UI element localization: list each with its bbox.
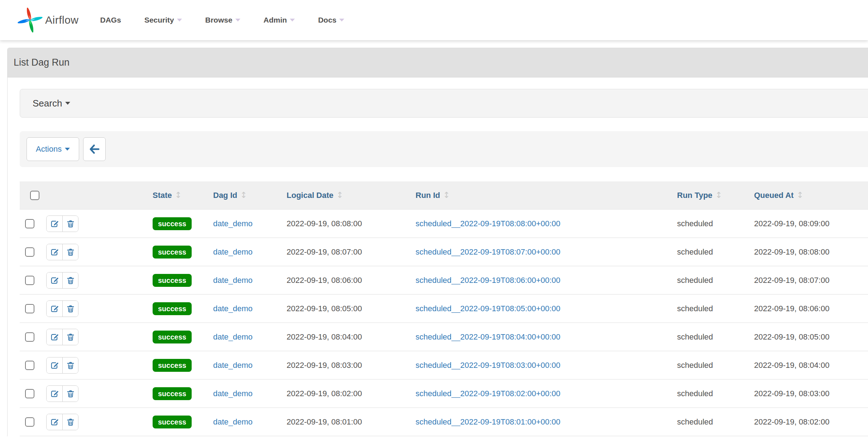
row-action-group bbox=[46, 414, 78, 430]
delete-button[interactable] bbox=[62, 272, 78, 288]
edit-button[interactable] bbox=[47, 301, 62, 317]
sort-icon[interactable]: ↕ bbox=[336, 190, 343, 200]
column-header-run-id[interactable]: Run Id↕ bbox=[405, 181, 663, 209]
chevron-down-icon bbox=[290, 19, 295, 22]
column-header-state[interactable]: State↕ bbox=[149, 181, 210, 209]
row-checkbox[interactable] bbox=[25, 276, 34, 285]
column-header-queued-at[interactable]: Queued At↕ bbox=[736, 181, 868, 209]
row-action-group bbox=[46, 244, 78, 260]
run-id-link[interactable]: scheduled__2022-09-19T08:06:00+00:00 bbox=[416, 276, 560, 285]
queued-at-value: 2022-09-19, 08:04:00 bbox=[754, 361, 829, 370]
dag-id-link[interactable]: date_demo bbox=[213, 219, 253, 228]
edit-pencil-icon bbox=[50, 248, 59, 256]
dag-id-link[interactable]: date_demo bbox=[213, 332, 253, 341]
edit-button[interactable] bbox=[47, 244, 62, 260]
chevron-down-icon bbox=[65, 148, 70, 151]
sort-icon[interactable]: ↕ bbox=[796, 190, 803, 200]
row-checkbox[interactable] bbox=[25, 332, 34, 342]
nav-item-dags[interactable]: DAGs bbox=[100, 16, 121, 24]
nav-item-admin[interactable]: Admin bbox=[264, 16, 295, 24]
edit-button[interactable] bbox=[47, 357, 62, 373]
row-checkbox[interactable] bbox=[25, 219, 34, 228]
delete-button[interactable] bbox=[62, 329, 78, 345]
edit-button[interactable] bbox=[47, 272, 62, 288]
delete-button[interactable] bbox=[62, 301, 78, 317]
edit-pencil-icon bbox=[50, 361, 59, 370]
main-menu: DAGs Security Browse Admin Docs bbox=[100, 16, 345, 24]
page-title: List Dag Run bbox=[14, 57, 69, 68]
edit-pencil-icon bbox=[50, 276, 59, 285]
airflow-brand[interactable]: Airflow bbox=[16, 6, 79, 34]
status-badge: success bbox=[153, 246, 192, 259]
nav-item-label: Browse bbox=[205, 16, 232, 24]
nav-item-security[interactable]: Security bbox=[144, 16, 182, 24]
dag-id-link[interactable]: date_demo bbox=[213, 389, 253, 398]
delete-button[interactable] bbox=[62, 357, 78, 373]
sort-icon[interactable]: ↕ bbox=[443, 190, 450, 200]
delete-button[interactable] bbox=[62, 216, 78, 232]
row-action-group bbox=[46, 357, 78, 374]
row-checkbox[interactable] bbox=[25, 361, 34, 370]
row-checkbox[interactable] bbox=[25, 304, 34, 313]
list-dag-run-panel: List Dag Run Search Actions bbox=[7, 48, 868, 436]
logical-date-value: 2022-09-19, 08:05:00 bbox=[287, 304, 362, 313]
run-id-link[interactable]: scheduled__2022-09-19T08:08:00+00:00 bbox=[416, 219, 560, 228]
edit-button[interactable] bbox=[47, 216, 62, 232]
column-header-logical-date[interactable]: Logical Date↕ bbox=[279, 181, 405, 209]
run-id-link[interactable]: scheduled__2022-09-19T08:04:00+00:00 bbox=[416, 332, 560, 341]
logical-date-value: 2022-09-19, 08:06:00 bbox=[287, 276, 362, 285]
edit-pencil-icon bbox=[50, 418, 59, 426]
panel-body: Search Actions bbox=[8, 77, 868, 436]
search-filter-toggle[interactable]: Search bbox=[20, 89, 868, 118]
dag-id-link[interactable]: date_demo bbox=[213, 247, 253, 256]
table-row: success date_demo 2022-09-19, 08:02:00 s… bbox=[20, 379, 868, 408]
edit-button[interactable] bbox=[47, 414, 62, 430]
delete-button[interactable] bbox=[62, 414, 78, 430]
run-id-link[interactable]: scheduled__2022-09-19T08:01:00+00:00 bbox=[416, 417, 560, 426]
select-all-checkbox[interactable] bbox=[30, 191, 39, 200]
dag-id-link[interactable]: date_demo bbox=[213, 276, 253, 285]
trash-icon bbox=[66, 389, 75, 398]
queued-at-value: 2022-09-19, 08:03:00 bbox=[754, 389, 829, 398]
run-id-link[interactable]: scheduled__2022-09-19T08:05:00+00:00 bbox=[416, 304, 560, 313]
row-action-group bbox=[46, 300, 78, 317]
delete-button[interactable] bbox=[62, 244, 78, 260]
queued-at-value: 2022-09-19, 08:06:00 bbox=[754, 304, 829, 313]
row-checkbox[interactable] bbox=[25, 247, 34, 257]
edit-button[interactable] bbox=[47, 386, 62, 402]
row-action-group bbox=[46, 215, 78, 232]
sort-icon[interactable]: ↕ bbox=[715, 190, 722, 200]
nav-item-browse[interactable]: Browse bbox=[205, 16, 240, 24]
back-button[interactable] bbox=[83, 137, 106, 161]
column-header-actions bbox=[41, 181, 149, 209]
nav-item-docs[interactable]: Docs bbox=[318, 16, 344, 24]
run-type-value: scheduled bbox=[677, 417, 713, 426]
sort-icon[interactable]: ↕ bbox=[240, 190, 247, 200]
status-badge: success bbox=[153, 416, 192, 428]
chevron-down-icon bbox=[339, 19, 344, 22]
row-action-group bbox=[46, 272, 78, 289]
run-id-link[interactable]: scheduled__2022-09-19T08:03:00+00:00 bbox=[416, 361, 560, 370]
nav-item-label: Docs bbox=[318, 16, 336, 24]
run-type-value: scheduled bbox=[677, 361, 713, 370]
queued-at-value: 2022-09-19, 08:05:00 bbox=[754, 332, 829, 341]
dag-id-link[interactable]: date_demo bbox=[213, 304, 253, 313]
edit-button[interactable] bbox=[47, 329, 62, 345]
delete-button[interactable] bbox=[62, 386, 78, 402]
actions-button[interactable]: Actions bbox=[27, 137, 79, 161]
run-type-value: scheduled bbox=[677, 247, 713, 256]
column-header-dag-id[interactable]: Dag Id↕ bbox=[210, 181, 279, 209]
table-row: success date_demo 2022-09-19, 08:08:00 s… bbox=[20, 209, 868, 238]
column-header-run-type[interactable]: Run Type↕ bbox=[663, 181, 736, 209]
sort-icon[interactable]: ↕ bbox=[175, 190, 182, 200]
dag-id-link[interactable]: date_demo bbox=[213, 417, 253, 426]
logical-date-value: 2022-09-19, 08:08:00 bbox=[287, 219, 362, 228]
dag-id-link[interactable]: date_demo bbox=[213, 361, 253, 370]
run-id-link[interactable]: scheduled__2022-09-19T08:02:00+00:00 bbox=[416, 389, 560, 398]
row-action-group bbox=[46, 329, 78, 345]
row-checkbox[interactable] bbox=[25, 417, 34, 427]
row-checkbox[interactable] bbox=[25, 389, 34, 398]
logical-date-value: 2022-09-19, 08:01:00 bbox=[287, 417, 362, 426]
table-row: success date_demo 2022-09-19, 08:07:00 s… bbox=[20, 238, 868, 266]
run-id-link[interactable]: scheduled__2022-09-19T08:07:00+00:00 bbox=[416, 247, 560, 256]
